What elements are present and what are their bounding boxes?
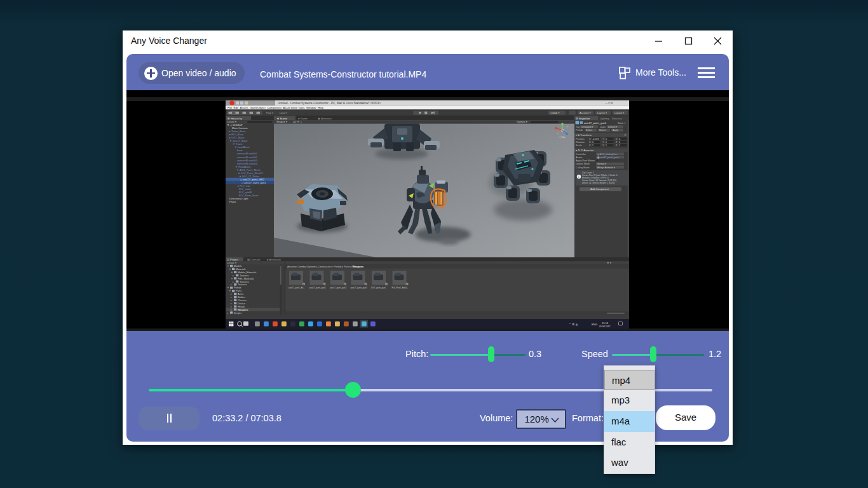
svg-text:2D ☀ ♫: 2D ☀ ♫ xyxy=(293,121,302,124)
svg-text:Always Animate ▾: Always Animate ▾ xyxy=(597,166,615,169)
svg-text:▸: ▸ xyxy=(233,280,234,283)
svg-text:◫ Project: ◫ Project xyxy=(227,258,239,261)
svg-text:▩ axis17_parts_gun1: ▩ axis17_parts_gun1 xyxy=(597,156,619,159)
svg-text:Account ▾: Account ▾ xyxy=(580,111,591,114)
svg-text:Layers ▾: Layers ▾ xyxy=(597,111,607,114)
svg-text:1: 1 xyxy=(592,144,593,147)
svg-text:i: i xyxy=(578,175,579,179)
svg-text:Tag: Tag xyxy=(576,126,580,128)
svg-text:★ ▾: ★ ▾ xyxy=(607,261,611,264)
svg-text:Dense: 11 (78.6%) Stream: 1 (0: Dense: 11 (78.6%) Stream: 1 (0.0%) xyxy=(582,182,614,185)
svg-text:◁ Top: ◁ Top xyxy=(558,135,566,139)
svg-text:▶ Animator: ▶ Animator xyxy=(318,117,332,120)
svg-text:Untitled - Combat Systems-Cons: Untitled - Combat Systems-Constructor - … xyxy=(278,102,381,105)
svg-text:▸: ▸ xyxy=(344,283,346,286)
svg-text:– □ ×: – □ × xyxy=(606,101,613,105)
svg-text:▸: ▸ xyxy=(365,283,366,286)
svg-text:15:18: 15:18 xyxy=(602,322,609,325)
svg-text:ENG: ENG xyxy=(592,323,597,326)
svg-text:Layer: Layer xyxy=(600,126,606,128)
svg-text:Update Mode: Update Mode xyxy=(576,163,590,166)
svg-text:▾ ⚙ ☑ Animator: ▾ ⚙ ☑ Animator xyxy=(576,149,594,152)
svg-text:Scale: Scale xyxy=(576,144,582,147)
svg-text:▸: ▸ xyxy=(231,283,232,287)
svg-text:Services: Services xyxy=(612,117,622,120)
svg-text:☰ Hierarchy: ☰ Hierarchy xyxy=(227,117,243,120)
svg-text:Revert: Revert xyxy=(599,130,606,132)
svg-text:UGT_parts_gun1: UGT_parts_gun1 xyxy=(371,287,386,289)
svg-text:Select: Select xyxy=(586,130,592,132)
svg-text:Plane: Plane xyxy=(229,200,236,203)
svg-text:Scripts: Scripts xyxy=(234,311,241,315)
svg-text:0: 0 xyxy=(592,141,593,144)
svg-text:0: 0 xyxy=(606,138,607,140)
svg-text:▸: ▸ xyxy=(406,283,407,286)
svg-text:Collab ▾: Collab ▾ xyxy=(550,111,559,114)
svg-text:⚙: ⚙ xyxy=(624,133,627,137)
svg-text:▸: ▸ xyxy=(227,311,228,315)
svg-text:Position: Position xyxy=(576,138,585,140)
svg-text:◄ Scene: ◄ Scene xyxy=(276,117,288,120)
svg-text:Culling Mode: Culling Mode xyxy=(576,166,590,169)
svg-text:Apply: Apply xyxy=(613,130,618,132)
svg-text:▸: ▸ xyxy=(386,283,387,286)
svg-text:Pivot ▾: Pivot ▾ xyxy=(266,112,273,114)
svg-text:Avatar: Avatar xyxy=(576,156,583,159)
svg-text:1: 1 xyxy=(606,144,607,147)
svg-text:⚙ Inspector: ⚙ Inspector xyxy=(576,117,590,120)
svg-text:0: 0 xyxy=(619,141,620,144)
svg-text:▸: ▸ xyxy=(303,283,304,286)
svg-text:Gizmos ▾: Gizmos ▾ xyxy=(517,121,527,124)
svg-text:Layout ▾: Layout ▾ xyxy=(614,111,624,114)
svg-text:1: 1 xyxy=(619,144,620,147)
svg-text:axis17_parts_gun1: axis17_parts_gun1 xyxy=(309,287,326,289)
svg-text:⌃ 🖹 🔈: ⌃ 🖹 🔈 xyxy=(569,322,580,327)
svg-text:▾ ⧉ Transform: ▾ ⧉ Transform xyxy=(576,133,592,137)
svg-text:Local ▾: Local ▾ xyxy=(280,112,287,114)
svg-text:FLV_Part2_BoGa...: FLV_Part2_BoGa... xyxy=(392,287,409,289)
svg-text:0: 0 xyxy=(606,141,607,144)
svg-text:Assets ▸ Combat Systems-Constr: Assets ▸ Combat Systems-Constructor ▸ Pr… xyxy=(287,265,364,268)
svg-text:Static ▾: Static ▾ xyxy=(618,122,626,125)
svg-text:Untagged ▾: Untagged ▾ xyxy=(581,126,593,128)
svg-text:axis17_parts_gun2: axis17_parts_gun2 xyxy=(330,287,346,289)
svg-text:● Animation: ● Animation xyxy=(267,258,281,261)
svg-text:Prefab: Prefab xyxy=(576,129,583,132)
svg-text:Apply Root Motion: Apply Root Motion xyxy=(576,159,595,162)
svg-text:-0.293: -0.293 xyxy=(592,138,599,140)
svg-text:Default ▾: Default ▾ xyxy=(608,126,617,128)
svg-text:Controller: Controller xyxy=(576,153,587,156)
svg-text:▸: ▸ xyxy=(231,308,232,311)
svg-text:axis17_parts_gun3: axis17_parts_gun3 xyxy=(351,287,367,289)
svg-text:0: 0 xyxy=(619,138,620,140)
svg-text:● Game: ● Game xyxy=(298,117,308,120)
svg-text:◎ AGS_GatlingGun...: ◎ AGS_GatlingGun... xyxy=(597,153,619,156)
svg-text:05.08.2017: 05.08.2017 xyxy=(599,325,611,328)
svg-text:Shaded ▾: Shaded ▾ xyxy=(276,121,287,124)
svg-text:axis17_parts_gun1: axis17_parts_gun1 xyxy=(584,121,607,125)
svg-text:File Edit Assets GameObject: File Edit Assets GameObject Component As… xyxy=(227,106,324,109)
svg-text:▤ Console: ▤ Console xyxy=(247,258,261,261)
svg-text:Lighting: Lighting xyxy=(600,117,609,120)
svg-text:▸: ▸ xyxy=(323,283,325,286)
svg-text:Add Component: Add Component xyxy=(590,187,609,191)
svg-text:axis17_part1_Bo...: axis17_part1_Bo... xyxy=(288,287,305,289)
svg-text:Normal ▾: Normal ▾ xyxy=(597,163,606,166)
svg-text:Rotation: Rotation xyxy=(576,141,585,144)
